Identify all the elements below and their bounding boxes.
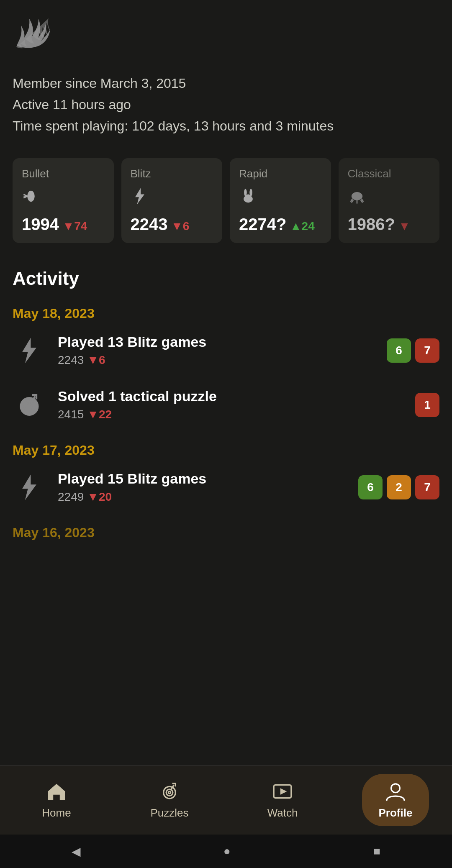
lichess-logo <box>13 17 54 50</box>
blitz-badges-may17: 6 2 7 <box>358 475 439 499</box>
bullet-icon <box>22 187 105 209</box>
classical-icon <box>348 187 431 209</box>
member-since: Member since March 3, 2015 <box>13 73 439 94</box>
blitz-value: 2243 <box>131 215 168 233</box>
classical-change <box>398 220 410 233</box>
svg-point-0 <box>27 190 35 201</box>
rapid-rating: 2274? 24 <box>239 215 322 234</box>
activity-title: Activity <box>13 268 439 289</box>
profile-icon <box>385 781 406 802</box>
rating-card-bullet[interactable]: Bullet 1994 74 <box>13 158 114 243</box>
svg-point-25 <box>391 784 400 793</box>
nav-item-puzzles[interactable]: Puzzles <box>113 781 226 819</box>
blitz-mode-label: Blitz <box>131 167 213 180</box>
rapid-change: 24 <box>290 220 315 233</box>
badge-draw-may17: 2 <box>387 475 411 499</box>
home-icon <box>46 781 67 802</box>
blitz-activity-icon <box>13 334 46 367</box>
badge-loss: 7 <box>415 338 439 363</box>
rating-cards: Bullet 1994 74 Blitz <box>13 158 439 243</box>
blitz-icon <box>131 187 213 209</box>
classical-rating: 1986? <box>348 215 431 234</box>
svg-marker-24 <box>280 788 287 795</box>
puzzle-activity-rating: 2415 22 <box>58 408 415 421</box>
puzzle-activity-details: Solved 1 tactical puzzle 2415 22 <box>58 388 415 421</box>
logo-area <box>13 17 439 52</box>
blitz-activity-rating-may17: 2249 20 <box>58 490 358 504</box>
time-spent: Time spent playing: 102 days, 13 hours a… <box>13 115 439 137</box>
profile-active-bg: Profile <box>362 774 429 826</box>
watch-icon <box>272 781 293 802</box>
blitz-activity-rating: 2243 6 <box>58 353 387 367</box>
member-info: Member since March 3, 2015 Active 11 hou… <box>13 73 439 137</box>
puzzles-icon <box>159 781 180 802</box>
recent-button[interactable]: ■ <box>373 845 380 858</box>
puzzle-activity-name: Solved 1 tactical puzzle <box>58 388 415 405</box>
date-header-may18: May 18, 2023 <box>13 306 439 321</box>
nav-item-watch[interactable]: Watch <box>226 781 339 819</box>
blitz-activity-name: Played 13 Blitz games <box>58 334 387 350</box>
nav-label-watch: Watch <box>267 807 298 819</box>
bottom-nav: Home Puzzles Watch Profile <box>0 765 452 835</box>
active-status: Active 11 hours ago <box>13 94 439 115</box>
classical-mode-label: Classical <box>348 167 431 180</box>
bullet-rating: 1994 74 <box>22 215 105 234</box>
puzzle-activity-icon <box>13 388 46 422</box>
classical-value: 1986? <box>348 215 395 233</box>
home-button[interactable]: ● <box>223 845 231 858</box>
svg-point-20 <box>166 789 173 796</box>
back-button[interactable]: ◀ <box>72 845 81 858</box>
rapid-icon <box>239 187 322 209</box>
blitz-change: 6 <box>171 220 189 233</box>
bullet-mode-label: Bullet <box>22 167 105 180</box>
nav-item-home[interactable]: Home <box>0 781 113 819</box>
rapid-mode-label: Rapid <box>239 167 322 180</box>
main-content: Member since March 3, 2015 Active 11 hou… <box>0 0 452 628</box>
blitz-rating: 2243 6 <box>131 215 213 234</box>
nav-label-profile: Profile <box>379 807 413 819</box>
blitz-activity-details-may17: Played 15 Blitz games 2249 20 <box>58 471 358 504</box>
blitz-badges-may18: 6 7 <box>387 338 439 363</box>
rating-card-rapid[interactable]: Rapid 2274? 24 <box>230 158 331 243</box>
badge-win-may17: 6 <box>358 475 383 499</box>
badge-win: 6 <box>387 338 411 363</box>
puzzle-badges-may18: 1 <box>415 393 439 417</box>
blitz-activity-icon-may17 <box>13 471 46 504</box>
blitz-activity-name-may17: Played 15 Blitz games <box>58 471 358 487</box>
date-header-may17: May 17, 2023 <box>13 443 439 458</box>
svg-point-7 <box>245 194 251 200</box>
rapid-value: 2274? <box>239 215 286 233</box>
svg-point-9 <box>354 192 359 197</box>
nav-item-profile[interactable]: Profile <box>339 774 452 826</box>
date-header-may16: May 16, 2023 <box>13 525 439 540</box>
badge-loss-may17: 7 <box>415 475 439 499</box>
bullet-change: 74 <box>62 220 87 233</box>
blitz-activity-details: Played 13 Blitz games 2243 6 <box>58 334 387 367</box>
system-bar: ◀ ● ■ <box>0 835 452 868</box>
rating-card-classical[interactable]: Classical 1986? <box>339 158 440 243</box>
activity-item-blitz-may18[interactable]: Played 13 Blitz games 2243 6 6 7 <box>13 334 439 371</box>
nav-label-puzzles: Puzzles <box>150 807 188 819</box>
svg-point-21 <box>168 791 170 794</box>
activity-item-puzzle-may18[interactable]: Solved 1 tactical puzzle 2415 22 1 <box>13 388 439 426</box>
svg-point-19 <box>164 786 176 799</box>
bullet-value: 1994 <box>22 215 59 233</box>
nav-label-home: Home <box>42 807 71 819</box>
badge-puzzle-fail: 1 <box>415 393 439 417</box>
svg-point-17 <box>27 404 31 408</box>
activity-item-blitz-may17[interactable]: Played 15 Blitz games 2249 20 6 2 7 <box>13 471 439 508</box>
rating-card-blitz[interactable]: Blitz 2243 6 <box>121 158 223 243</box>
activity-section: Activity May 18, 2023 Played 13 Blitz ga… <box>13 268 439 540</box>
